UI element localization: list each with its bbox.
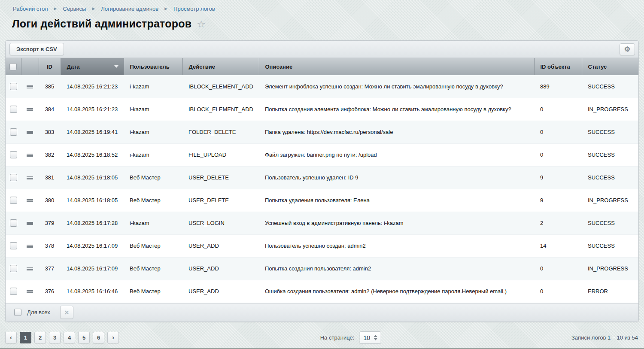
breadcrumb-item-3[interactable]: Логирование админов (101, 6, 158, 12)
cell-description: Успешный вход в административную панель:… (259, 212, 534, 234)
cell-date: 14.08.2025 16:18:52 (61, 143, 124, 166)
row-checkbox[interactable] (10, 151, 17, 158)
page-button-1[interactable]: 1 (20, 332, 31, 343)
grid-settings-button[interactable]: ⚙ (620, 43, 635, 55)
row-menu-icon[interactable] (27, 267, 33, 270)
page-button-2[interactable]: 2 (34, 332, 46, 343)
row-checkbox[interactable] (10, 219, 17, 227)
select-all-checkbox[interactable] (9, 63, 17, 70)
cell-status: IN_PROGRESS (582, 98, 638, 121)
for-all-checkbox[interactable] (14, 309, 21, 316)
page-button-5[interactable]: 5 (78, 332, 90, 343)
cell-date: 14.08.2025 16:19:41 (61, 121, 124, 143)
cell-user: i-kazam (124, 212, 182, 234)
column-header-status[interactable]: Статус (582, 58, 638, 75)
row-menu-cell (21, 234, 39, 257)
column-header-date[interactable]: Дата (61, 58, 124, 75)
row-menu-icon[interactable] (27, 199, 33, 202)
row-checkbox-cell (6, 121, 21, 143)
cell-description: Папка удалена: https://dev.macfac.ru/per… (259, 121, 534, 143)
row-menu-icon[interactable] (27, 108, 33, 111)
cell-id: 376 (39, 280, 61, 303)
clear-selection-button[interactable]: ✕ (60, 306, 73, 319)
row-menu-cell (21, 98, 39, 121)
cell-user: i-kazam (124, 121, 182, 143)
row-menu-header-cell (21, 58, 39, 75)
cell-date: 14.08.2025 16:18:05 (61, 189, 124, 212)
page-size-group: На странице: 10 (320, 331, 381, 344)
table-row: 376 14.08.2025 16:16:46 Веб Мастер USER_… (6, 280, 638, 303)
cell-id: 385 (39, 75, 61, 98)
row-checkbox[interactable] (10, 288, 17, 295)
row-checkbox-cell (6, 212, 21, 234)
cell-user: i-kazam (124, 143, 182, 166)
column-header-id[interactable]: ID (39, 58, 61, 75)
row-checkbox-cell (6, 280, 21, 303)
breadcrumb-separator-icon: ▶ (164, 7, 167, 11)
cell-date: 14.08.2025 16:21:23 (61, 98, 124, 121)
bottom-bar: ‹ 123456 › На странице: 10 Записи логов … (5, 331, 639, 344)
pagination-pages: 123456 (20, 332, 104, 343)
cell-status: ERROR (582, 280, 638, 303)
cell-description: Попытка создания элемента инфоблока: Мож… (259, 98, 534, 121)
page-size-value: 10 (363, 334, 370, 341)
cell-user: Веб Мастер (124, 234, 182, 257)
row-checkbox[interactable] (10, 83, 17, 90)
row-checkbox[interactable] (10, 106, 17, 113)
table-header-row: ID Дата Пользователь Действие Описание I… (6, 58, 638, 75)
column-header-date-label: Дата (67, 64, 80, 70)
row-checkbox[interactable] (10, 242, 17, 249)
breadcrumb-item-1[interactable]: Рабочий стол (13, 6, 48, 12)
row-menu-icon[interactable] (27, 176, 33, 179)
breadcrumb-item-2[interactable]: Сервисы (63, 6, 86, 12)
page-size-select[interactable]: 10 (359, 331, 381, 344)
cell-date: 14.08.2025 16:16:46 (61, 280, 124, 303)
cell-description: Файл загружен: banner.png по пути: /uplo… (259, 143, 534, 166)
row-menu-cell (21, 280, 39, 303)
table-row: 382 14.08.2025 16:18:52 i-kazam FILE_UPL… (6, 143, 638, 166)
row-checkbox-cell (6, 75, 21, 98)
column-header-user[interactable]: Пользователь (124, 58, 182, 75)
row-checkbox[interactable] (10, 265, 17, 272)
row-checkbox-cell (6, 234, 21, 257)
row-menu-icon[interactable] (27, 245, 33, 248)
page-button-4[interactable]: 4 (64, 332, 75, 343)
row-menu-icon[interactable] (27, 290, 33, 293)
column-header-description[interactable]: Описание (259, 58, 534, 75)
records-info: Записи логов 1 – 10 из 54 (571, 334, 638, 341)
cell-object-id: 0 (534, 121, 582, 143)
cell-status: SUCCESS (582, 121, 638, 143)
row-menu-icon[interactable] (27, 131, 33, 134)
table-body: 385 14.08.2025 16:21:23 i-kazam IBLOCK_E… (6, 75, 638, 303)
breadcrumb-item-4[interactable]: Просмотр логов (173, 6, 215, 12)
column-header-object-id[interactable]: ID объекта (534, 58, 582, 75)
cell-description: Пользователь успешно создан: admin2 (259, 234, 534, 257)
cell-id: 381 (39, 166, 61, 189)
row-checkbox-cell (6, 257, 21, 280)
page-button-6[interactable]: 6 (93, 332, 104, 343)
row-menu-icon[interactable] (27, 222, 33, 225)
cell-description: Попытка удаления пользователя: Елена (259, 189, 534, 212)
favorite-star-icon[interactable]: ☆ (197, 19, 206, 29)
cell-action: IBLOCK_ELEMENT_ADD (182, 75, 259, 98)
cell-object-id: 889 (534, 75, 582, 98)
spinner-down-icon (374, 338, 377, 340)
cell-object-id: 9 (534, 189, 582, 212)
cell-user: i-kazam (124, 98, 182, 121)
export-csv-button[interactable]: Экспорт в CSV (9, 43, 64, 55)
cell-action: USER_ADD (182, 257, 259, 280)
cell-user: Веб Мастер (124, 280, 182, 303)
cell-user: Веб Мастер (124, 166, 182, 189)
next-page-button[interactable]: › (107, 332, 119, 343)
row-menu-cell (21, 257, 39, 280)
row-checkbox[interactable] (10, 174, 17, 181)
page-button-3[interactable]: 3 (49, 332, 61, 343)
row-checkbox[interactable] (10, 128, 17, 136)
cell-status: IN_PROGRESS (582, 257, 638, 280)
prev-page-button[interactable]: ‹ (5, 332, 17, 343)
row-checkbox[interactable] (10, 197, 17, 204)
page-title: Логи действий администраторов (12, 18, 191, 30)
row-menu-icon[interactable] (27, 85, 33, 88)
row-menu-icon[interactable] (27, 154, 33, 157)
column-header-action[interactable]: Действие (182, 58, 259, 75)
